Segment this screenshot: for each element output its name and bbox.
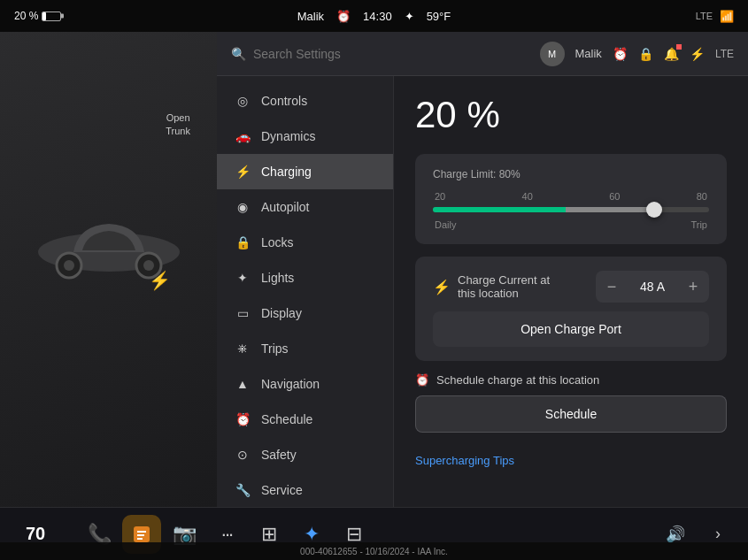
schedule-alarm-icon: ⏰ [415,373,429,387]
decrease-current-button[interactable]: − [596,271,628,303]
sidebar-item-safety[interactable]: ⊙ Safety [217,437,393,472]
supercharging-tips-link[interactable]: Supercharging Tips [415,454,514,467]
search-bar: 🔍 M Malik ⏰ 🔒 🔔 ⚡ LTE [217,32,748,76]
battery-indicator: 20 % [14,10,61,22]
sidebar-item-charging[interactable]: ⚡ Charging [217,154,393,189]
sidebar-label-locks: Locks [261,235,294,249]
safety-icon: ⊙ [235,447,251,463]
dynamics-icon: 🚗 [235,128,251,144]
display-icon: ▭ [235,305,251,321]
trip-label: Trip [690,219,707,230]
sidebar-label-autopilot: Autopilot [261,200,309,214]
sidebar-item-display[interactable]: ▭ Display [217,295,393,331]
sidebar-item-dynamics[interactable]: 🚗 Dynamics [217,119,393,154]
bell-icon: 🔔 [664,47,679,61]
daily-label: Daily [435,219,456,230]
alarm-icon-search: ⏰ [613,47,628,61]
battery-percent: 20 % [14,10,38,22]
service-icon: 🔧 [235,482,251,498]
open-trunk-label[interactable]: Open Trunk [166,111,190,139]
charging-icon: ⚡ [235,164,251,180]
slider-label-20: 20 [435,191,445,202]
slider-label-40: 40 [522,191,533,202]
battery-bar [42,12,61,21]
sidebar-item-schedule[interactable]: ⏰ Schedule [217,402,393,437]
sidebar-label-lights: Lights [261,271,294,285]
slider-label-80: 80 [697,191,707,202]
media-icon [131,524,152,545]
charge-current-row: ⚡ Charge Current at this location − 48 A… [433,271,709,303]
trips-icon: ⛯ [235,341,251,357]
charge-percent-title: 20 % [415,94,727,136]
increase-current-button[interactable]: + [677,271,709,303]
slider-fill [433,207,654,212]
search-input[interactable] [253,47,430,61]
sidebar-item-service[interactable]: 🔧 Service [217,472,393,507]
svg-rect-8 [137,538,143,540]
speed-value: 70 [26,524,45,544]
sidebar-label-service: Service [261,483,303,497]
sidebar-label-charging: Charging [261,165,312,179]
svg-rect-6 [137,531,146,533]
temperature-display: 59°F [427,10,451,23]
sidebar-item-navigation[interactable]: ▲ Navigation [217,366,393,402]
slider-sublabels: Daily Trip [433,219,709,230]
volume-icon: 🔊 [666,525,685,544]
search-bar-right: M Malik ⏰ 🔒 🔔 ⚡ LTE [540,42,734,66]
sun-icon: ✦ [405,10,414,23]
alarm-icon: ⏰ [336,10,351,23]
sidebar-item-autopilot[interactable]: ◉ Autopilot [217,189,393,225]
svg-point-3 [64,260,74,271]
slider-label-60: 60 [609,191,620,202]
info-bar: 000-40612655 - 10/16/2024 - IAA Inc. [0,542,748,560]
lights-icon: ✦ [235,270,251,286]
user-name-search: Malik [575,47,602,60]
content-area: ◎ Controls 🚗 Dynamics ⚡ Charging ◉ Autop… [217,76,748,507]
car-visualization: ⚡ [29,181,189,358]
sidebar-label-display: Display [261,306,302,320]
status-bar-right: LTE 📶 [494,10,734,23]
sidebar: ◎ Controls 🚗 Dynamics ⚡ Charging ◉ Autop… [217,76,394,507]
search-input-wrapper[interactable]: 🔍 [231,47,531,61]
bluetooth-icon[interactable]: ⚡ [690,47,705,61]
lte-label: LTE [696,11,713,21]
charge-current-label: ⚡ Charge Current at this location [433,273,550,300]
charge-current-control: − 48 A + [596,271,709,303]
current-value: 48 A [628,280,677,294]
status-bar: 20 % Malik ⏰ 14:30 ✦ 59°F LTE 📶 [0,0,748,32]
navigation-icon: ▲ [235,376,251,392]
autopilot-icon: ◉ [235,199,251,215]
chevron-right-icon: › [715,525,721,543]
schedule-label: Schedule charge at this location [436,373,599,387]
battery-fill [42,12,46,20]
charge-limit-slider[interactable] [433,207,709,212]
schedule-button[interactable]: Schedule [415,395,727,433]
sidebar-item-lights[interactable]: ✦ Lights [217,260,393,295]
sidebar-label-schedule: Schedule [261,412,312,426]
search-icon: 🔍 [231,47,246,61]
sidebar-item-trips[interactable]: ⛯ Trips [217,331,393,366]
lock-icon: 🔒 [638,47,653,61]
time-display: 14:30 [363,10,392,23]
slider-thumb[interactable] [646,202,662,218]
slider-labels: 20 40 60 80 [433,191,709,202]
signal-icon: 📶 [720,10,734,23]
info-text: 000-40612655 - 10/16/2024 - IAA Inc. [300,547,448,556]
status-bar-center: Malik ⏰ 14:30 ✦ 59°F [254,10,494,23]
sidebar-item-locks[interactable]: 🔒 Locks [217,225,393,260]
lte-icon: LTE [715,48,734,60]
sidebar-label-dynamics: Dynamics [261,129,315,143]
sidebar-item-controls[interactable]: ◎ Controls [217,83,393,119]
main-content: 20 % Charge Limit: 80% 20 40 60 80 [394,76,748,507]
status-bar-left: 20 % [14,10,254,22]
open-charge-port-button[interactable]: Open Charge Port [433,311,709,347]
charge-current-card: ⚡ Charge Current at this location − 48 A… [415,257,727,361]
charging-lightning-badge: ⚡ [149,270,171,291]
car-area: Open Trunk ⚡ [0,32,217,507]
svg-rect-7 [137,534,144,536]
speed-display: 70 [0,524,71,544]
sidebar-label-navigation: Navigation [261,377,320,391]
charge-limit-label: Charge Limit: 80% [433,168,709,180]
locks-icon: 🔒 [235,234,251,250]
sidebar-label-safety: Safety [261,448,297,462]
